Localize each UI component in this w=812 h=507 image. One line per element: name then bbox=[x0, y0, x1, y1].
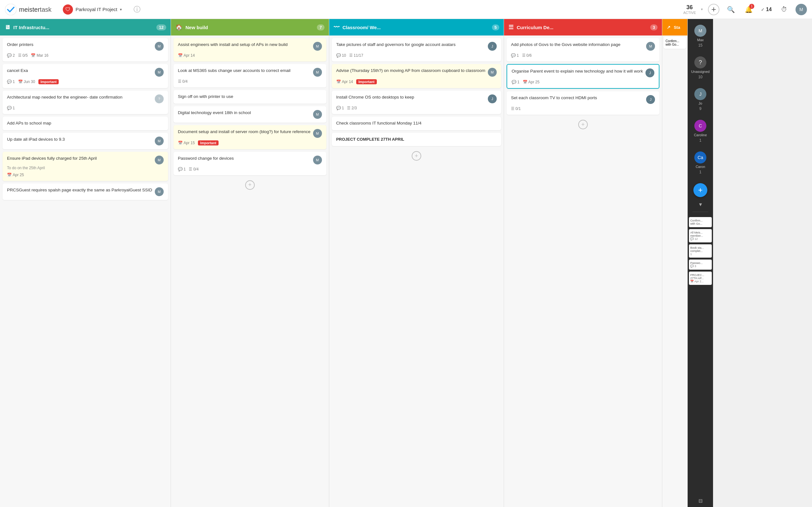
checklist-icon: ☰ bbox=[178, 79, 182, 83]
user-name: Unassigned bbox=[691, 70, 710, 73]
table-row[interactable]: Install Chrome OS onto desktops to keep … bbox=[332, 91, 501, 114]
add-member-button[interactable]: + bbox=[693, 183, 707, 197]
add-card-button[interactable]: + bbox=[412, 151, 421, 161]
add-card-button[interactable]: + bbox=[578, 120, 588, 129]
col-it-title: IT Infrastructu... bbox=[13, 25, 153, 30]
col-curriculum-title: Curriculum De... bbox=[517, 25, 647, 30]
checklist-icon: ☰ bbox=[347, 106, 351, 110]
table-row[interactable]: Look at MS365 subs change user accounts … bbox=[173, 64, 326, 88]
avatar: J bbox=[646, 68, 654, 77]
column-header-curriculum: ☰ Curriculum De... 3 bbox=[504, 19, 662, 36]
avatar: M bbox=[313, 42, 322, 51]
due-date: 📅 Jun 30 bbox=[18, 79, 35, 84]
user-avatar[interactable]: M bbox=[796, 4, 807, 15]
table-row[interactable]: Add APs to school map bbox=[3, 117, 168, 130]
list-item[interactable]: Passwo...💬 3 bbox=[689, 260, 712, 270]
table-row[interactable]: Check classrooms IT functional Monday 11… bbox=[332, 117, 501, 130]
table-row[interactable]: Architectural map needed for the enginee… bbox=[3, 91, 168, 114]
sidebar-user-caroline[interactable]: C Caroline 1 bbox=[693, 117, 708, 145]
table-row[interactable]: Document setup and install of server roo… bbox=[173, 125, 326, 149]
checklist-icon: ☰ bbox=[18, 53, 21, 58]
column-classroom: 〰 Classroom/ We... 5 Take pictures of st… bbox=[329, 19, 504, 507]
partial-cards-section: Confirm...with Go... All Meis...member..… bbox=[688, 216, 713, 286]
col-curriculum-body: Add photos of Govs to the Govs website i… bbox=[504, 36, 662, 507]
table-row[interactable]: Add photos of Govs to the Govs website i… bbox=[507, 38, 659, 61]
avatar: C bbox=[694, 120, 706, 132]
search-button[interactable]: 🔍 bbox=[724, 3, 737, 16]
avatar: Ca bbox=[694, 152, 706, 164]
add-card-button[interactable]: + bbox=[245, 180, 255, 190]
table-row[interactable]: cancel Exa M 💬 1 📅 Jun 30 Important bbox=[3, 64, 168, 88]
avatar: M bbox=[155, 42, 164, 51]
table-row[interactable]: PRCSGuest requires spalsh page exactly t… bbox=[3, 183, 168, 200]
checklist: ☰ 2/3 bbox=[347, 106, 357, 110]
sidebar-user-max[interactable]: M Max 15 bbox=[693, 22, 708, 50]
table-row[interactable]: Up date all iPad devices to 9.3 M bbox=[3, 133, 168, 149]
table-row[interactable]: Assist engineers with install and setup … bbox=[173, 38, 326, 61]
comment-icon: 💬 bbox=[7, 106, 12, 110]
checklist: ☰ 11/17 bbox=[349, 53, 363, 58]
layout-toggle[interactable]: ⊟ bbox=[699, 498, 703, 504]
table-row[interactable]: Advise (Thursday 15th?) on moving AP fro… bbox=[332, 64, 501, 88]
comment-count: 💬 1 bbox=[512, 80, 519, 84]
col-it-icon: 🖥 bbox=[4, 24, 10, 31]
top-nav: meistertask 🛡 Parkroyal IT Project ▾ ⓘ 3… bbox=[0, 0, 812, 19]
table-row[interactable]: Organise Parent event to explain new tec… bbox=[507, 64, 659, 89]
list-item[interactable]: All Meis...member...💬 12 bbox=[689, 229, 712, 242]
list-item[interactable]: PROJEC...27TH AP...📅 Apr 2... bbox=[689, 272, 712, 285]
table-row[interactable]: Sign off on with printer to use bbox=[173, 90, 326, 104]
status-badge: Important bbox=[38, 79, 59, 84]
col-classroom-body: Take pictures of staff and governors for… bbox=[329, 36, 504, 507]
timer-button[interactable]: ⏱ bbox=[778, 3, 791, 16]
comment-icon: 💬 bbox=[511, 53, 516, 58]
check-icon: ✓ bbox=[761, 7, 765, 12]
avatar: J bbox=[694, 88, 706, 100]
checklist: ☰ 0/1 bbox=[511, 107, 521, 111]
due-date: 📅 Apr 25 bbox=[7, 173, 24, 177]
sidebar-user-unassigned[interactable]: ? Unassigned 10 bbox=[690, 54, 711, 82]
col-new-icon: 🏠 bbox=[175, 24, 183, 31]
column-header-it: 🖥 IT Infrastructu... 12 bbox=[0, 19, 171, 36]
info-button[interactable]: ⓘ bbox=[131, 3, 143, 16]
due-date: 📅 Apr 14 bbox=[336, 79, 353, 84]
expand-button[interactable]: ▾ bbox=[699, 201, 702, 208]
active-number: 36 bbox=[687, 4, 693, 11]
divider bbox=[693, 212, 708, 212]
table-row[interactable]: Order printers M 💬 2 ☰ 0/5 📅 Mar 16 bbox=[3, 38, 168, 61]
project-icon: 🛡 bbox=[63, 4, 73, 14]
sidebar-user-caron[interactable]: Ca Caron 1 bbox=[693, 149, 708, 177]
logo-name-part2: task bbox=[40, 6, 52, 13]
due-date: 📅 Apr 14 bbox=[178, 53, 195, 58]
avatar: M bbox=[313, 110, 322, 119]
avatar: J bbox=[488, 42, 497, 51]
list-item[interactable]: Confirm...with Go... bbox=[689, 217, 712, 227]
avatar: M bbox=[694, 25, 706, 37]
col-new-body: Assist engineers with install and setup … bbox=[171, 36, 329, 507]
tasks-button[interactable]: ✓ 14 bbox=[760, 3, 773, 16]
table-row[interactable]: Ensure iPad devices fully charged for 25… bbox=[3, 152, 168, 181]
logo[interactable]: meistertask bbox=[5, 4, 51, 15]
avatar: M bbox=[646, 42, 655, 51]
calendar-icon: 📅 bbox=[178, 141, 183, 145]
user-task-count: 1 bbox=[699, 138, 702, 143]
list-item[interactable]: Book sta...complet...1 bbox=[689, 244, 712, 258]
table-row[interactable]: Set each classroom TV to correct HDMI po… bbox=[507, 91, 659, 115]
table-row[interactable]: Password change for devices M 💬 1 ☰ 0/4 bbox=[173, 152, 326, 175]
sidebar-user-jo[interactable]: J Jo 9 bbox=[693, 86, 708, 113]
table-row[interactable]: Digital technology event 18th in school … bbox=[173, 106, 326, 123]
notifications-button[interactable]: 🔔 1 bbox=[742, 3, 755, 16]
col-new-title: New build bbox=[186, 25, 314, 30]
right-sidebar: M Max 15 ? Unassigned 10 J Jo 9 C Caroli… bbox=[688, 19, 713, 507]
project-chevron-icon: ▾ bbox=[120, 7, 122, 12]
add-button[interactable]: + bbox=[708, 4, 719, 15]
project-selector[interactable]: 🛡 Parkroyal IT Project ▾ bbox=[59, 3, 125, 16]
avatar: M bbox=[155, 156, 164, 164]
column-sta-partial: ↗ Sta Confirm... with Go... bbox=[662, 19, 688, 507]
avatar: M bbox=[155, 68, 164, 77]
table-row[interactable]: Take pictures of staff and governors for… bbox=[332, 38, 501, 61]
calendar-icon: 📅 bbox=[31, 53, 36, 58]
comment-icon: 💬 bbox=[336, 106, 341, 110]
table-row[interactable]: PROJECT COMPLETE 27TH APRIL bbox=[332, 133, 501, 146]
status-badge: Important bbox=[356, 79, 377, 84]
table-row[interactable]: Confirm... with Go... bbox=[664, 37, 686, 49]
